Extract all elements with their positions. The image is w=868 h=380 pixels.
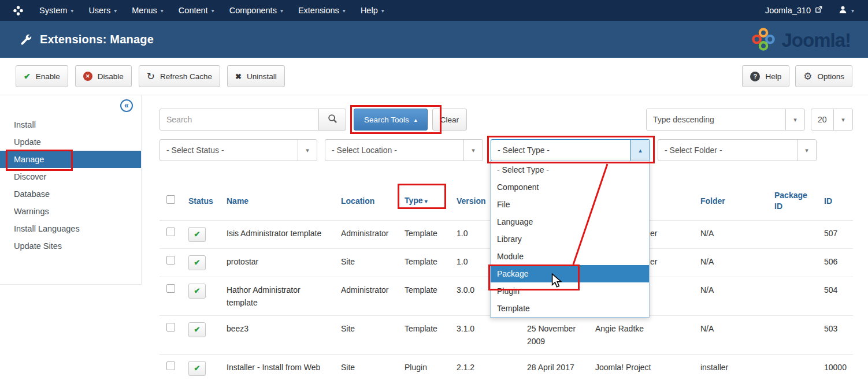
column-header-package-id[interactable]: Package ID: [769, 182, 818, 221]
extension-name: Isis Administrator template: [221, 221, 335, 249]
chevron-down-icon: ▾: [797, 140, 816, 161]
menu-label: Help: [361, 6, 378, 15]
folder-filter-value: - Select Folder -: [658, 146, 797, 155]
toolbar: ✔Enable ✕Disable ↻Refresh Cache ✖Uninsta…: [0, 58, 868, 95]
sidebar-item-warnings[interactable]: Warnings: [0, 203, 141, 220]
user-menu[interactable]: ▾: [839, 5, 854, 16]
search-input[interactable]: [159, 109, 319, 131]
table-row: ✔ Installer - Install from Web Site Plug…: [159, 355, 853, 380]
row-checkbox[interactable]: [166, 256, 175, 264]
select-all-checkbox[interactable]: [166, 195, 175, 204]
uninstall-button[interactable]: ✖Uninstall: [227, 65, 285, 87]
extension-date: 28 April 2017: [521, 355, 589, 380]
page-title: Extensions: Manage: [40, 33, 154, 46]
status-enabled-button[interactable]: ✔: [188, 227, 206, 242]
extension-author: Joomla! Project: [589, 355, 695, 380]
menu-menus[interactable]: Menus▾: [124, 0, 171, 21]
options-label: Options: [817, 72, 844, 81]
option-library[interactable]: Library: [491, 230, 649, 248]
x-icon: ✖: [235, 72, 242, 81]
sort-order-value: Type descending: [647, 115, 785, 124]
status-enabled-button[interactable]: ✔: [188, 361, 206, 376]
gear-icon: ⚙: [803, 72, 812, 81]
sidebar-item-database[interactable]: Database: [0, 185, 141, 203]
select-type-filter[interactable]: - Select Type - ▴: [491, 139, 650, 161]
enable-label: Enable: [36, 72, 60, 81]
list-limit-select[interactable]: 20 ▾: [811, 109, 853, 131]
refresh-label: Refresh Cache: [160, 72, 212, 81]
joomla-wordmark: Joomla!: [781, 29, 851, 51]
disable-icon: ✕: [83, 72, 92, 81]
clear-button[interactable]: Clear: [432, 109, 467, 131]
select-folder-filter[interactable]: - Select Folder - ▾: [658, 139, 817, 161]
disable-button[interactable]: ✕Disable: [75, 65, 132, 87]
menu-users[interactable]: Users▾: [81, 0, 124, 21]
option-template[interactable]: Template: [491, 300, 649, 317]
status-enabled-button[interactable]: ✔: [188, 255, 206, 270]
joomla-symbol-icon[interactable]: [13, 5, 24, 16]
column-header-status[interactable]: Status: [183, 182, 221, 221]
status-enabled-button[interactable]: ✔: [188, 284, 206, 299]
extension-folder: installer: [695, 355, 769, 380]
row-checkbox[interactable]: [166, 323, 175, 331]
sidebar-item-install[interactable]: Install: [0, 116, 141, 133]
top-navbar: System▾ Users▾ Menus▾ Content▾ Component…: [0, 0, 868, 21]
option-file[interactable]: File: [491, 196, 649, 213]
table-row: ✔ beez3 Site Template 3.1.0 25 November …: [159, 316, 853, 355]
option-module[interactable]: Module: [491, 248, 649, 265]
help-button[interactable]: ?Help: [742, 65, 789, 87]
row-checkbox[interactable]: [166, 362, 175, 370]
type-dropdown-panel: - Select Type - Component File Language …: [490, 161, 650, 318]
menu-label: System: [39, 6, 67, 15]
options-button[interactable]: ⚙Options: [795, 65, 852, 87]
sidebar: « Install Update Manage Discover Databas…: [0, 95, 142, 285]
search-tools-button[interactable]: Search Tools ▴: [354, 109, 428, 131]
status-enabled-button[interactable]: ✔: [188, 322, 206, 337]
view-site-link[interactable]: Joomla_310: [765, 6, 822, 15]
row-checkbox[interactable]: [166, 228, 175, 236]
chevron-down-icon: ▾: [114, 8, 117, 14]
sidebar-item-discover[interactable]: Discover: [0, 168, 141, 185]
column-header-folder[interactable]: Folder: [695, 182, 769, 221]
chevron-down-icon: ▾: [851, 8, 854, 14]
column-header-id[interactable]: ID: [818, 182, 853, 221]
option-component[interactable]: Component: [491, 178, 649, 196]
option-select-type[interactable]: - Select Type -: [491, 161, 649, 178]
filter-row: - Select Status - ▾ - Select Location - …: [159, 139, 817, 161]
menu-help[interactable]: Help▾: [353, 0, 392, 21]
menu-system[interactable]: System▾: [32, 0, 81, 21]
chevron-down-icon: ▾: [343, 8, 346, 14]
menu-components[interactable]: Components▾: [222, 0, 291, 21]
sort-order-select[interactable]: Type descending ▾: [646, 109, 805, 131]
sidebar-item-manage[interactable]: Manage: [0, 151, 141, 168]
column-header-type[interactable]: Type▾: [399, 182, 451, 221]
column-header-location[interactable]: Location: [335, 182, 399, 221]
collapse-sidebar-icon[interactable]: «: [120, 99, 133, 112]
search-tools-label: Search Tools: [364, 116, 409, 124]
row-checkbox[interactable]: [166, 284, 175, 293]
refresh-cache-button[interactable]: ↻Refresh Cache: [139, 65, 220, 87]
extension-type: Template: [399, 316, 451, 355]
select-status-filter[interactable]: - Select Status - ▾: [159, 139, 317, 161]
list-limit-value: 20: [811, 115, 833, 124]
search-submit-button[interactable]: [318, 109, 346, 131]
extension-name: protostar: [221, 249, 335, 277]
sidebar-item-install-languages[interactable]: Install Languages: [0, 220, 141, 237]
option-plugin[interactable]: Plugin: [491, 282, 649, 300]
menu-content[interactable]: Content▾: [171, 0, 222, 21]
menu-extensions[interactable]: Extensions▾: [291, 0, 353, 21]
site-name: Joomla_310: [765, 6, 811, 15]
type-filter-value: - Select Type -: [491, 146, 630, 155]
extension-date: 25 November 2009: [521, 316, 589, 355]
extension-package-id: [769, 316, 818, 355]
enable-button[interactable]: ✔Enable: [16, 65, 68, 87]
joomla-logo: Joomla!: [751, 27, 851, 54]
option-package[interactable]: Package: [491, 265, 649, 282]
option-language[interactable]: Language: [491, 213, 649, 230]
select-location-filter[interactable]: - Select Location - ▾: [325, 139, 483, 161]
sidebar-item-update[interactable]: Update: [0, 133, 141, 151]
chevron-down-icon: ▾: [71, 8, 73, 14]
sidebar-item-update-sites[interactable]: Update Sites: [0, 237, 141, 255]
chevron-up-icon: ▴: [414, 117, 417, 123]
column-header-name[interactable]: Name: [221, 182, 335, 221]
